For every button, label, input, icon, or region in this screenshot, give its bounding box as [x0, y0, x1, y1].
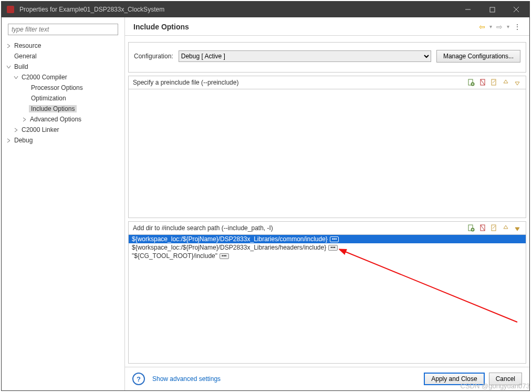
move-up-icon[interactable]	[502, 224, 510, 232]
svg-line-16	[481, 225, 485, 231]
tree-item-optimization[interactable]: Optimization	[2, 93, 124, 104]
menu-icon[interactable]: ⋮	[514, 23, 521, 31]
tree-item-c2000-compiler[interactable]: C2000 Compiler	[2, 72, 124, 82]
nav-back-icon[interactable]: ⇦	[479, 23, 485, 30]
add-file-icon[interactable]	[467, 78, 475, 87]
tree-item-debug[interactable]: Debug	[2, 135, 124, 146]
nav-forward-dropdown-icon[interactable]: ▾	[507, 24, 509, 29]
window-title: Properties for Example01_DSP2833x_ClockS…	[19, 6, 164, 13]
browse-icon[interactable]: •••	[330, 236, 339, 242]
tree-item-c2000-linker[interactable]: C2000 Linker	[2, 125, 124, 135]
close-button[interactable]	[504, 2, 528, 17]
maximize-button[interactable]	[480, 2, 504, 17]
page-header: Include Options ⇦ ▾ ⇨ ▾ ⋮	[125, 17, 529, 36]
chevron-down-icon	[5, 63, 12, 70]
app-icon	[7, 6, 14, 13]
list-item[interactable]: ${workspace_loc:/${ProjName}/DSP2833x_Li…	[129, 235, 526, 243]
watermark: CSDN @gongyuan073	[461, 382, 530, 390]
chevron-down-icon	[12, 74, 19, 81]
nav-back-dropdown-icon[interactable]: ▾	[489, 24, 492, 29]
preinclude-list[interactable]	[129, 89, 526, 218]
move-up-icon[interactable]	[502, 78, 510, 87]
chevron-right-icon	[20, 116, 28, 123]
edit-icon[interactable]	[490, 78, 498, 87]
tree-item-resource[interactable]: Resource	[2, 40, 124, 51]
titlebar: Properties for Example01_DSP2833x_ClockS…	[2, 2, 529, 17]
configuration-group: Configuration: Debug [ Active ] Manage C…	[128, 42, 526, 73]
browse-icon[interactable]: •••	[220, 253, 228, 259]
svg-line-18	[344, 251, 517, 322]
tree-item-processor-options[interactable]: Processor Options	[2, 82, 124, 93]
tree-item-include-options[interactable]: Include Options	[2, 104, 124, 114]
tree-item-build[interactable]: Build	[2, 61, 124, 72]
help-icon[interactable]: ?	[132, 373, 145, 385]
minimize-button[interactable]	[456, 2, 480, 17]
chevron-right-icon	[12, 126, 19, 133]
add-file-icon[interactable]	[467, 224, 475, 232]
edit-icon[interactable]	[490, 224, 498, 232]
move-down-icon[interactable]	[513, 78, 521, 87]
configuration-select[interactable]: Debug [ Active ]	[179, 50, 431, 62]
include-path-list[interactable]: ${workspace_loc:/${ProjName}/DSP2833x_Li…	[129, 234, 526, 363]
filter-input[interactable]	[8, 24, 118, 35]
page-title: Include Options	[133, 23, 189, 31]
delete-icon[interactable]	[478, 78, 487, 87]
svg-rect-1	[490, 7, 495, 12]
nav-forward-icon[interactable]: ⇨	[496, 23, 503, 30]
move-down-icon[interactable]	[513, 224, 521, 232]
navigation-tree[interactable]: Resource General Build C2000 Compiler Pr…	[2, 38, 124, 390]
svg-line-9	[481, 79, 485, 85]
chevron-right-icon	[5, 137, 12, 144]
include-path-title: Add dir to #include search path (--inclu…	[133, 224, 273, 232]
tree-item-advanced-options[interactable]: Advanced Options	[2, 114, 124, 125]
delete-icon[interactable]	[478, 224, 487, 232]
list-item[interactable]: "${CG_TOOL_ROOT}/include" •••	[129, 252, 526, 260]
manage-configurations-button[interactable]: Manage Configurations...	[436, 50, 520, 63]
preinclude-panel: Specify a preinclude file (--preinclude)	[128, 76, 526, 218]
chevron-right-icon	[5, 42, 12, 49]
preinclude-title: Specify a preinclude file (--preinclude)	[133, 79, 238, 86]
configuration-label: Configuration:	[134, 53, 173, 60]
tree-item-general[interactable]: General	[2, 51, 124, 61]
show-advanced-link[interactable]: Show advanced settings	[152, 375, 221, 383]
navigation-tree-pane: Resource General Build C2000 Compiler Pr…	[2, 17, 125, 390]
list-item[interactable]: ${workspace_loc:/${ProjName}/DSP2833x_Li…	[129, 243, 526, 252]
annotation-arrow	[339, 249, 526, 333]
include-path-panel: Add dir to #include search path (--inclu…	[128, 221, 526, 364]
browse-icon[interactable]: •••	[328, 245, 337, 251]
